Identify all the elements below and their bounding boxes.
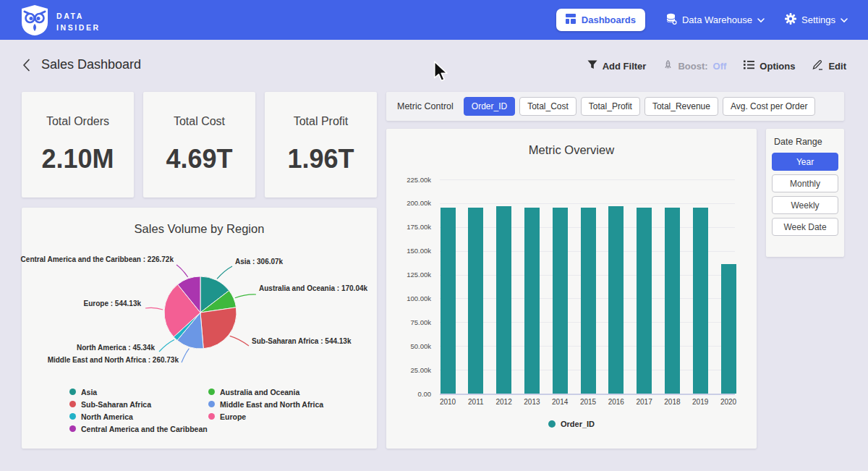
rocket-icon: [663, 60, 673, 72]
y-axis-tick: 0.00: [386, 390, 431, 398]
database-icon: [665, 13, 677, 27]
date-range-title: Date Range: [774, 137, 844, 147]
top-nav-menu: Dashboards Data Warehouse: [556, 0, 848, 40]
legend-label: Australia and Oceania: [220, 388, 299, 396]
x-axis-tick: 2012: [491, 398, 517, 406]
legend-dot: [69, 401, 76, 407]
pie-label-north-america: North America : 45.34k: [77, 344, 155, 352]
x-axis-tick: 2015: [575, 398, 601, 406]
x-axis-tick: 2019: [687, 398, 713, 406]
y-axis-tick: 75.00k: [386, 318, 431, 326]
data-warehouse-menu[interactable]: Data Warehouse: [665, 13, 765, 27]
pie-leader-line: [176, 265, 188, 277]
pie-leader-line: [182, 349, 189, 362]
pie-legend-australia-and-oceania[interactable]: Australia and Oceania: [208, 386, 323, 398]
date-range-options: YearMonthlyWeeklyWeek Date: [766, 153, 844, 236]
pie-legend-sub-saharan-africa[interactable]: Sub-Saharan Africa: [69, 398, 208, 410]
legend-dot: [548, 420, 556, 428]
x-axis-tick: 2013: [519, 398, 545, 406]
gridline: [440, 179, 735, 180]
kpi-card-total-profit: Total Profit 1.96T: [265, 92, 377, 198]
bar-chart-title: Metric Overview: [386, 143, 757, 157]
x-axis-tick: 2014: [547, 398, 573, 406]
sales-dashboard-page: DATA INSIDER Dashboards: [0, 0, 868, 471]
legend-dot: [208, 413, 215, 420]
pie-legend-north-america[interactable]: North America: [69, 410, 208, 423]
edit-button[interactable]: Edit: [812, 59, 846, 72]
pie-label-europe: Europe : 544.13k: [84, 300, 141, 307]
owl-logo-icon: [20, 5, 49, 38]
bar-2015: [581, 208, 596, 394]
pie-label-central-america-and-the-caribbean: Central America and the Caribbean : 226.…: [21, 255, 174, 263]
legend-label: Europe: [220, 412, 246, 421]
pie-label-australia-and-oceania: Australia and Oceania : 170.04k: [259, 284, 367, 292]
kpi-value: 2.10M: [22, 144, 134, 174]
bar-2013: [524, 208, 540, 394]
boost-state: Off: [713, 61, 727, 72]
legend-label: Middle East and North Africa: [220, 400, 323, 409]
back-button[interactable]: [22, 59, 36, 73]
settings-menu[interactable]: Settings: [785, 13, 848, 27]
bar-chart-legend-order-id[interactable]: Order_ID: [386, 420, 757, 428]
y-axis-tick: 225.00k: [386, 176, 431, 184]
chevron-down-icon: [841, 14, 848, 25]
dashboards-icon: [566, 14, 576, 26]
pie-label-asia: Asia : 306.07k: [235, 258, 283, 266]
metric-chip-order-id[interactable]: Order_ID: [464, 97, 515, 116]
x-axis-tick: 2010: [435, 398, 461, 406]
bar-2020: [721, 264, 736, 394]
date-range-monthly[interactable]: Monthly: [772, 174, 838, 192]
legend-label: North America: [81, 412, 133, 421]
pie-legend-column: AsiaSub-Saharan AfricaNorth AmericaCentr…: [69, 386, 208, 435]
bar-2012: [496, 206, 511, 394]
metric-chip-total-cost[interactable]: Total_Cost: [519, 97, 576, 116]
funnel-icon: [587, 60, 597, 72]
date-range-year[interactable]: Year: [772, 153, 838, 171]
y-axis-tick: 150.00k: [386, 247, 431, 255]
pie-legend-middle-east-and-north-africa[interactable]: Middle East and North Africa: [208, 398, 323, 410]
metric-control-label: Metric Control: [397, 101, 454, 111]
date-range-week-date[interactable]: Week Date: [772, 218, 838, 236]
options-button[interactable]: Options: [744, 60, 795, 72]
pie-legend-column: Australia and OceaniaMiddle East and Nor…: [208, 386, 323, 423]
metric-chip-total-profit[interactable]: Total_Profit: [581, 97, 640, 116]
pie-legend-europe[interactable]: Europe: [208, 410, 323, 423]
pie-legend-asia[interactable]: Asia: [69, 386, 208, 398]
metric-chip-avg-cost-per-order[interactable]: Avg. Cost per Order: [723, 97, 816, 116]
dashboard-toolbar: Add Filter Boost: Off Options: [587, 59, 846, 72]
date-range-panel: Date Range YearMonthlyWeeklyWeek Date: [766, 129, 844, 257]
pie-leader-line: [217, 266, 232, 279]
legend-dot: [208, 401, 215, 407]
mouse-cursor: [433, 61, 449, 85]
date-range-weekly[interactable]: Weekly: [772, 196, 838, 214]
kpi-label: Total Profit: [265, 115, 377, 128]
y-axis-tick: 50.00k: [386, 342, 431, 350]
pie-legend-central-america-and-the-caribbean[interactable]: Central America and the Caribbean: [69, 423, 208, 435]
bar-2016: [608, 206, 624, 394]
pie-leader-line: [145, 307, 163, 310]
bar-2019: [693, 208, 708, 394]
bar-2011: [468, 208, 483, 394]
kpi-label: Total Orders: [22, 115, 134, 128]
chevron-down-icon: [757, 14, 765, 25]
y-axis-tick: 175.00k: [386, 223, 431, 231]
bar-2017: [637, 208, 652, 394]
bar-2014: [553, 208, 568, 394]
kpi-value: 4.69T: [143, 144, 255, 174]
pie-label-middle-east-and-north-africa: Middle East and North Africa : 260.73k: [48, 356, 179, 364]
sales-volume-by-region-card: Sales Volume by Region Asia : 306.07kAus…: [22, 208, 377, 449]
boost-toggle[interactable]: Boost: Off: [663, 60, 726, 72]
legend-dot: [69, 389, 76, 395]
x-axis-tick: 2018: [659, 398, 685, 406]
pencil-icon: [812, 59, 823, 72]
metric-overview-chart-card: Metric Overview Order_ID 225.00k200.00k1…: [386, 129, 757, 449]
legend-label: Sub-Saharan Africa: [81, 400, 151, 409]
metric-chip-total-revenue[interactable]: Total_Revenue: [644, 97, 718, 116]
kpi-card-total-orders: Total Orders 2.10M: [22, 92, 134, 198]
dashboards-button[interactable]: Dashboards: [556, 9, 645, 31]
brand-logo[interactable]: DATA INSIDER: [20, 5, 101, 38]
bar-2018: [665, 208, 680, 394]
gridline: [440, 203, 735, 204]
list-icon: [744, 60, 754, 72]
add-filter-button[interactable]: Add Filter: [587, 60, 647, 72]
